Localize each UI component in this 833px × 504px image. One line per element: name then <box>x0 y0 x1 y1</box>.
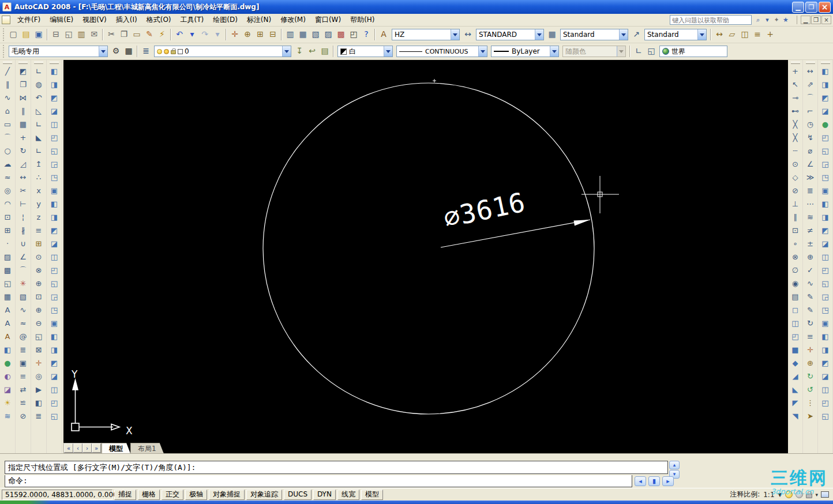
nw-isometric-icon[interactable]: ◥ <box>789 410 802 423</box>
extend-icon[interactable]: ⊢ <box>16 198 30 211</box>
tolerance-icon[interactable]: ± <box>804 238 817 251</box>
zoom-realtime-icon[interactable]: ⊕ <box>241 28 254 41</box>
subtract-icon[interactable]: ◨ <box>47 78 61 92</box>
temporary-track-point-icon[interactable]: + <box>789 65 802 78</box>
walk-through-icon[interactable]: ≋ <box>1 410 14 423</box>
2d-wireframe-icon[interactable]: ◻ <box>789 304 802 317</box>
intersect-icon[interactable]: ◩ <box>47 92 61 105</box>
table-icon[interactable]: ▦ <box>1 291 14 304</box>
make-block-icon[interactable]: ⊞ <box>1 224 14 238</box>
menu-help[interactable]: 帮助(H) <box>346 14 379 26</box>
toggle-grid[interactable]: 栅格 <box>138 490 160 500</box>
ucs-icon[interactable]: ∟ <box>632 45 645 58</box>
break-icon[interactable]: ∦ <box>16 224 30 238</box>
materials-icon[interactable]: ◪ <box>1 383 14 397</box>
layer-states-manager-icon[interactable]: ▤ <box>318 45 331 58</box>
quick-dimension-icon[interactable]: ≫ <box>804 171 817 185</box>
zoom-realtime-icon[interactable]: ⊕ <box>804 357 817 370</box>
3d-array-icon[interactable]: ◨ <box>819 344 832 357</box>
window-close-icon[interactable]: × <box>819 2 831 13</box>
imprint-icon[interactable]: ◰ <box>47 264 61 277</box>
scale-icon[interactable]: ◿ <box>16 158 30 171</box>
zoom-in-icon[interactable]: ⊕ <box>32 304 46 317</box>
join-icon[interactable]: ∪ <box>16 238 30 251</box>
zoom-center-icon[interactable]: ⊕ <box>32 277 46 291</box>
dimension-break-icon[interactable]: ≠ <box>804 224 817 238</box>
annotation-visibility-icon[interactable] <box>785 491 793 498</box>
sheet-set-manager-icon[interactable]: ▨ <box>322 28 335 41</box>
view-cube-icon[interactable]: ◧ <box>32 397 46 410</box>
revolved-surface-icon[interactable]: ◫ <box>819 383 832 397</box>
linear-dimension-icon[interactable]: ↔ <box>804 65 817 78</box>
extrude-faces-icon[interactable]: ◳ <box>47 171 61 185</box>
tab-prev-icon[interactable]: ‹ <box>73 443 82 453</box>
extrude-icon[interactable]: ◧ <box>819 198 832 211</box>
ucs-zaxis-icon[interactable]: ↥ <box>32 158 46 171</box>
3d-distance-icon[interactable]: ◱ <box>47 145 61 158</box>
pan-realtime-icon[interactable]: ✛ <box>804 344 817 357</box>
taper-faces-icon[interactable]: ◪ <box>47 238 61 251</box>
3d-pan-icon[interactable]: ◫ <box>47 118 61 131</box>
osnap-settings-icon[interactable]: ◉ <box>789 277 802 291</box>
copy-nested-icon[interactable]: ▣ <box>16 357 30 370</box>
presspull-icon[interactable]: ◨ <box>819 211 832 224</box>
ucs-y-icon[interactable]: y <box>32 198 46 211</box>
jogged-dimension-icon[interactable]: ↯ <box>804 131 817 145</box>
edit-polyline-icon[interactable]: ∿ <box>16 304 30 317</box>
array-icon[interactable]: ▦ <box>16 118 30 131</box>
tab-first-icon[interactable]: « <box>64 443 73 453</box>
ucs-named-icon[interactable]: ≡ <box>32 224 46 238</box>
conceptual-icon[interactable]: ◆ <box>789 357 802 370</box>
loft-icon[interactable]: ◫ <box>819 251 832 264</box>
named-views-icon[interactable]: ▤ <box>789 291 802 304</box>
ellipse-icon[interactable]: ◎ <box>1 185 14 198</box>
dim-style-icon[interactable]: ↔ <box>461 28 474 41</box>
diameter-dimension-icon[interactable]: ⌀ <box>804 145 817 158</box>
constrained-orbit-icon[interactable]: ↻ <box>804 370 817 383</box>
render-icon[interactable]: ◐ <box>1 370 14 383</box>
layer-previous-icon[interactable]: ↩ <box>306 45 318 58</box>
favorites-icon[interactable]: ★ <box>781 16 790 25</box>
3d-rotate-icon[interactable]: ▣ <box>819 317 832 330</box>
snap-midpoint-icon[interactable]: ⊷ <box>789 105 802 118</box>
scroll-slider-icon[interactable]: ▮ <box>648 476 660 486</box>
layer-on-icon[interactable] <box>157 49 162 54</box>
check-icon[interactable]: ◳ <box>47 304 61 317</box>
annotation-scale-dropdown-icon[interactable]: ▼ <box>778 492 782 498</box>
snap-endpoint-icon[interactable]: ⊸ <box>789 92 802 105</box>
match-layer-icon[interactable]: ≡ <box>16 370 30 383</box>
redo-icon[interactable]: ↷ <box>198 28 211 41</box>
rectangle-icon[interactable]: ▭ <box>1 118 14 131</box>
ucs-dialog-icon[interactable]: ◱ <box>645 45 658 58</box>
tab-layout1[interactable]: 布局1 <box>130 443 164 453</box>
toggle-ortho[interactable]: 正交 <box>162 490 183 500</box>
polyline-icon[interactable]: ∿ <box>1 92 14 105</box>
scroll-up-icon[interactable]: ▴ <box>669 461 680 469</box>
realistic-icon[interactable]: ■ <box>789 344 802 357</box>
chamfer-icon[interactable]: ∠ <box>16 251 30 264</box>
area-icon[interactable]: ▱ <box>726 28 738 41</box>
arc-icon[interactable]: ⌒ <box>1 131 14 145</box>
dim-style-combo[interactable]: STANDARD <box>476 29 544 40</box>
gradient-icon[interactable]: ▩ <box>1 264 14 277</box>
my-workspace-icon[interactable]: ▦ <box>122 45 135 58</box>
ucs-3point-icon[interactable]: ∴ <box>32 171 46 185</box>
chevron-down-icon[interactable] <box>550 46 558 57</box>
new-file-icon[interactable]: ▢ <box>7 28 20 41</box>
change-space-icon[interactable]: ⇄ <box>16 383 30 397</box>
snap-center-icon[interactable]: ⊙ <box>789 158 802 171</box>
rotate-faces-icon[interactable]: ◩ <box>47 224 61 238</box>
comm-center-icon[interactable]: ✦ <box>772 16 781 25</box>
annotation-scale-value[interactable]: 1:1 <box>763 491 774 499</box>
break-at-point-icon[interactable]: ¦ <box>16 211 30 224</box>
ruled-surface-icon[interactable]: ◩ <box>819 357 832 370</box>
dropdown-arrow-icon[interactable]: ▾ <box>763 16 772 25</box>
ucs-combo[interactable]: 世界 <box>659 46 727 57</box>
edit-hatch-icon[interactable]: ▧ <box>16 291 30 304</box>
planar-surface-icon[interactable]: ◱ <box>47 410 61 423</box>
text-style-icon[interactable]: A <box>1 330 14 344</box>
ordinate-dimension-icon[interactable]: ⌐ <box>804 105 817 118</box>
baseline-dimension-icon[interactable]: ≣ <box>804 185 817 198</box>
continuous-orbit-icon[interactable]: ↺ <box>804 383 817 397</box>
pan-realtime-icon[interactable]: ✛ <box>32 357 46 370</box>
